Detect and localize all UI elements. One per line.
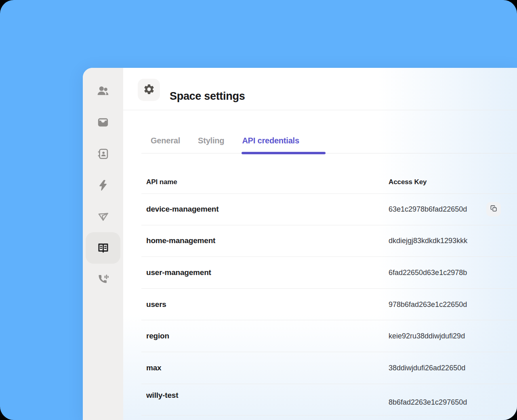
- table-row: max 38ddiwjdufi26ad22650d: [141, 352, 517, 384]
- sidebar: [83, 68, 123, 420]
- users-icon: [96, 84, 110, 98]
- sidebar-item-contacts[interactable]: [86, 138, 120, 170]
- copy-icon: [490, 205, 498, 214]
- gear-icon: [143, 83, 155, 97]
- tab-styling[interactable]: Styling: [198, 136, 224, 145]
- tab-general[interactable]: General: [151, 136, 180, 145]
- page-title: Space settings: [170, 75, 245, 117]
- api-name: home-management: [146, 236, 215, 245]
- access-key: 8b6fad2263e1c297650d: [389, 398, 467, 407]
- sidebar-item-inbox[interactable]: [86, 107, 120, 138]
- api-name: region: [146, 332, 169, 340]
- api-name: user-management: [146, 268, 211, 277]
- address-book-icon: [97, 147, 109, 160]
- app-background: Space settings General Styling API crede…: [0, 0, 517, 420]
- table-row: region keie92ru38ddiwjdufi29d: [141, 320, 517, 352]
- access-key: 978b6fad263e1c22650d: [389, 300, 467, 309]
- table-row: users 978b6fad263e1c22650d: [141, 289, 517, 321]
- column-header-api-name: API name: [146, 178, 177, 186]
- phone-waves-icon: [97, 272, 109, 285]
- table-header: API name Access Key: [141, 170, 517, 194]
- table-row: willy-test 8b6fad2263e1c297650d: [141, 384, 517, 416]
- api-name: users: [146, 300, 166, 309]
- header-divider: [123, 110, 517, 110]
- book-open-icon: [97, 242, 110, 255]
- tab-api-credentials[interactable]: API credentials: [242, 136, 299, 145]
- inbox-tray-icon: [97, 116, 109, 129]
- access-key: keie92ru38ddiwjdufi29d: [389, 332, 465, 340]
- table-row: user-management 6fad22650d63e1c2978b: [141, 257, 517, 289]
- sidebar-item-users[interactable]: [86, 75, 120, 107]
- settings-tabs: General Styling API credentials: [151, 132, 299, 149]
- lightning-icon: [97, 179, 109, 192]
- api-name: max: [146, 363, 161, 372]
- settings-icon-box: [138, 79, 160, 101]
- sidebar-item-docs[interactable]: [86, 232, 120, 264]
- sidebar-item-automations[interactable]: [86, 170, 120, 201]
- access-key: dkdiejgj83kdkdk1293kkk: [389, 237, 467, 245]
- paper-plane-icon: [97, 210, 110, 224]
- sidebar-item-calls[interactable]: [86, 263, 120, 294]
- sidebar-item-campaigns[interactable]: [86, 201, 120, 233]
- access-key: 6fad22650d63e1c2978b: [389, 268, 467, 277]
- table-row: device-management 63e1c2978b6fad22650d: [141, 193, 517, 225]
- access-key: 63e1c2978b6fad22650d: [389, 205, 467, 213]
- copy-key-button[interactable]: [486, 202, 501, 216]
- api-credentials-table: device-management 63e1c2978b6fad22650d h…: [141, 193, 517, 416]
- api-name: device-management: [146, 205, 219, 214]
- active-tab-underline: [242, 152, 326, 154]
- table-row: home-management dkdiejgj83kdkdk1293kkk: [141, 225, 517, 257]
- access-key: 38ddiwjdufi26ad22650d: [389, 363, 465, 372]
- api-name: willy-test: [146, 391, 178, 400]
- column-header-access-key: Access Key: [389, 178, 427, 186]
- space-settings-panel: Space settings General Styling API crede…: [83, 68, 517, 420]
- tabs-baseline: [141, 153, 517, 153]
